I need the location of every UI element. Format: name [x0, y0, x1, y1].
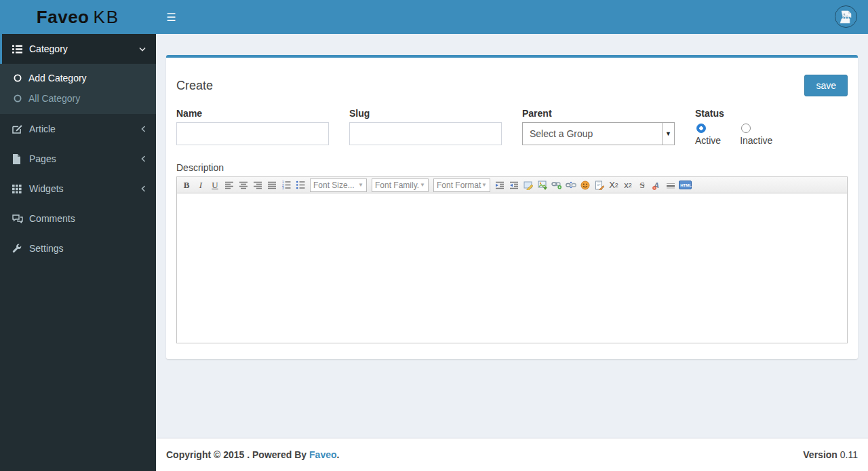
insert-link-icon[interactable]: [550, 178, 564, 192]
circle-o-icon: [14, 94, 28, 102]
chevron-left-icon: [136, 185, 146, 192]
sidebar-item-label: Category: [29, 43, 136, 54]
save-button[interactable]: save: [804, 75, 848, 96]
horizontal-rule-icon[interactable]: [664, 178, 677, 192]
align-right-icon[interactable]: [251, 178, 264, 192]
slug-field-group: Slug: [349, 108, 502, 146]
version-text: Version 0.11: [803, 449, 858, 460]
indent-icon[interactable]: [493, 178, 507, 192]
bold-icon[interactable]: B: [180, 178, 193, 192]
sidebar-item-category[interactable]: Category: [0, 34, 156, 64]
superscript-icon[interactable]: x2: [621, 178, 635, 192]
sidebar-item-comments[interactable]: Comments: [0, 204, 156, 233]
sidebar-item-widgets[interactable]: Widgets: [0, 174, 156, 204]
font-format-select[interactable]: Font Format ▼: [433, 178, 490, 192]
sidebar-item-article[interactable]: Article: [0, 114, 156, 144]
grid-icon: [12, 185, 29, 193]
unordered-list-icon[interactable]: [294, 178, 307, 192]
content-area: Create save Name Slug Parent Select a Gr…: [156, 34, 868, 438]
remove-format-icon[interactable]: A: [650, 178, 663, 192]
align-left-icon[interactable]: [222, 178, 236, 192]
parent-label: Parent: [522, 108, 675, 119]
footer: Copyright © 2015 . Powered By Faveo. Ver…: [156, 438, 868, 471]
copyright-text: Copyright © 2015 . Powered By Faveo.: [166, 449, 339, 460]
svg-text:3: 3: [282, 187, 284, 189]
wrench-icon: [12, 244, 29, 253]
outdent-icon[interactable]: [507, 178, 521, 192]
strikethrough-icon[interactable]: S: [635, 178, 649, 192]
description-editor-body[interactable]: [177, 193, 847, 343]
category-submenu: Add Category All Category: [0, 64, 156, 114]
file-icon: [12, 154, 29, 164]
status-active-option[interactable]: Active: [695, 122, 721, 146]
sidebar-item-all-category[interactable]: All Category: [0, 88, 156, 109]
chevron-left-icon: [136, 155, 146, 162]
subscript-icon[interactable]: X2: [607, 178, 620, 192]
dropdown-arrow-icon: ▼: [420, 182, 425, 188]
font-family-select[interactable]: Font Family. ▼: [372, 178, 429, 192]
unlink-icon[interactable]: [564, 178, 578, 192]
top-navbar: Faveo KB ☰: [0, 0, 868, 34]
status-label: Status: [695, 108, 848, 119]
name-input[interactable]: [176, 122, 329, 145]
radio-checked-icon[interactable]: [696, 124, 706, 133]
italic-icon[interactable]: I: [194, 178, 208, 192]
svg-text:HTML: HTML: [680, 183, 692, 187]
circle-o-icon: [14, 74, 28, 82]
insert-image-icon[interactable]: [536, 178, 549, 192]
sidebar-item-label: Pages: [29, 153, 136, 164]
app-logo[interactable]: Faveo KB: [0, 0, 156, 34]
edit-square-icon: [12, 124, 29, 134]
sidebar-item-label: Add Category: [28, 73, 87, 83]
logo-text-bold: Faveo: [37, 7, 90, 28]
slug-input[interactable]: [349, 122, 502, 145]
user-avatar-button[interactable]: [835, 5, 857, 28]
logo-text-light: KB: [93, 7, 119, 28]
version-value: 0.11: [840, 449, 858, 460]
font-format-select-value: Font Format: [437, 181, 481, 190]
select-dropdown-arrow-icon: ▼: [662, 123, 674, 145]
edit-image-icon[interactable]: [521, 178, 535, 192]
sidebar-item-label: Article: [29, 124, 136, 134]
ordered-list-icon[interactable]: 1 2 3: [279, 178, 293, 192]
faveo-footer-link[interactable]: Faveo: [309, 449, 336, 460]
parent-field-group: Parent Select a Group ▼: [522, 108, 675, 146]
dropdown-arrow-icon: ▼: [358, 182, 363, 188]
sidebar-item-add-category[interactable]: Add Category: [0, 68, 156, 88]
broken-image-avatar-icon: [840, 10, 852, 24]
status-inactive-label: Inactive: [740, 135, 772, 146]
slug-label: Slug: [349, 108, 502, 119]
sidebar-item-label: Settings: [29, 243, 146, 254]
comments-icon: [12, 214, 29, 223]
align-center-icon[interactable]: [237, 178, 250, 192]
html-source-icon[interactable]: HTML: [678, 178, 692, 192]
hamburger-menu-icon: ☰: [166, 11, 176, 24]
parent-select-value: Select a Group: [523, 128, 662, 139]
font-size-select[interactable]: Font Size... ▼: [310, 178, 367, 192]
sidebar-toggle-button[interactable]: ☰: [156, 0, 186, 34]
sidebar-item-label: Widgets: [29, 183, 136, 194]
rich-text-editor: B I U: [176, 176, 848, 343]
sidebar-item-label: All Category: [28, 93, 80, 104]
editor-toolbar: B I U: [177, 177, 847, 193]
radio-unchecked-icon[interactable]: [741, 124, 751, 133]
font-size-select-value: Font Size...: [313, 181, 355, 190]
font-family-select-value: Font Family.: [375, 181, 419, 190]
chevron-down-icon: [136, 47, 146, 52]
emoticons-icon[interactable]: [578, 178, 592, 192]
align-justify-icon[interactable]: [265, 178, 279, 192]
list-icon: [12, 45, 29, 54]
parent-select[interactable]: Select a Group ▼: [522, 122, 675, 145]
description-label: Description: [176, 162, 224, 173]
sidebar-item-settings[interactable]: Settings: [0, 233, 156, 263]
sidebar: Category Add Category All Category Artic…: [0, 34, 156, 471]
sidebar-item-label: Comments: [29, 213, 146, 224]
insert-template-icon[interactable]: [593, 178, 606, 192]
underline-icon[interactable]: U: [208, 178, 222, 192]
chevron-left-icon: [136, 126, 146, 132]
page-title: Create: [176, 79, 213, 93]
status-inactive-option[interactable]: Inactive: [740, 122, 772, 146]
sidebar-item-pages[interactable]: Pages: [0, 144, 156, 174]
version-label: Version: [803, 449, 837, 460]
name-label: Name: [176, 108, 329, 119]
